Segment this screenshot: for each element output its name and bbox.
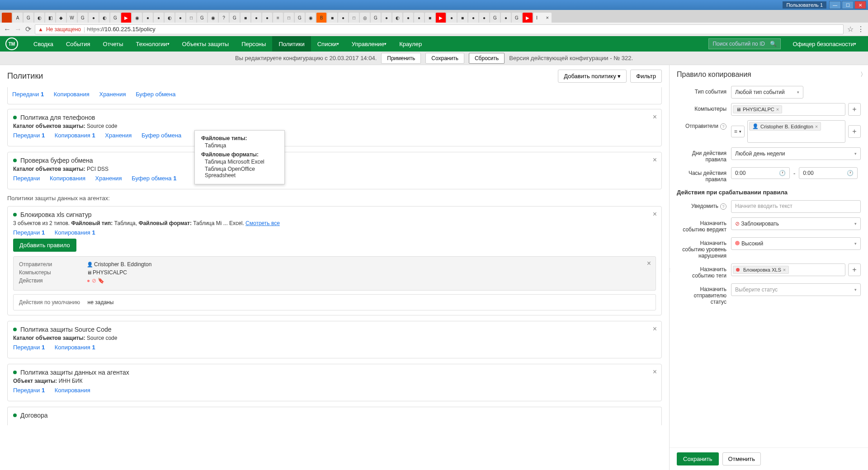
window-close[interactable]: ✕ — [854, 1, 866, 9]
filter-button[interactable]: Фильтр — [630, 70, 662, 83]
nav-lists[interactable]: Списки — [311, 36, 345, 52]
link-copy[interactable]: Копирования 1 — [55, 229, 95, 236]
nav-events[interactable]: События — [60, 36, 97, 52]
help-icon[interactable]: ? — [720, 203, 726, 210]
menu-icon[interactable]: ⋮ — [857, 25, 864, 33]
tag-chip[interactable]: Блокировка XLS× — [733, 266, 789, 274]
tab-favicon[interactable]: G — [24, 13, 33, 23]
tab-favicon[interactable]: W — [67, 13, 77, 23]
see-all-link[interactable]: Смотреть все — [245, 220, 280, 226]
computer-chip[interactable]: 🖥PHYSICALPC× — [733, 105, 782, 113]
window-maximize[interactable]: ☐ — [842, 1, 854, 9]
tab-favicon[interactable]: G — [110, 13, 120, 23]
tab-favicon[interactable]: □ — [284, 13, 294, 23]
tab-favicon[interactable]: ■ — [327, 13, 337, 23]
notify-input[interactable]: Начните вводить текст — [731, 200, 861, 213]
tab-favicon[interactable]: G — [230, 13, 240, 23]
tab-favicon[interactable]: ● — [447, 13, 457, 23]
reset-button[interactable]: Сбросить — [469, 53, 505, 64]
close-icon[interactable]: × — [653, 210, 657, 218]
link-copy[interactable]: Копирования — [55, 387, 90, 394]
link-store[interactable]: Хранения — [105, 132, 132, 139]
chip-remove-icon[interactable]: × — [815, 124, 818, 129]
nav-persons[interactable]: Персоны — [235, 36, 272, 52]
save-button[interactable]: Сохранить — [425, 53, 464, 64]
chip-remove-icon[interactable]: × — [776, 107, 779, 112]
tab-favicon[interactable]: ◆ — [56, 13, 66, 23]
nav-policies[interactable]: Политики — [272, 36, 311, 52]
event-type-select[interactable]: Любой тип событий — [731, 86, 803, 99]
tab-favicon[interactable]: ◎ — [360, 13, 370, 23]
link-copy[interactable]: Копирования 1 — [55, 344, 95, 351]
link-transfer[interactable]: Передачи 1 — [13, 387, 45, 394]
tab-favicon[interactable]: ● — [89, 13, 99, 23]
tab-favicon[interactable]: ◐ — [392, 13, 402, 23]
help-icon[interactable]: ? — [720, 123, 726, 130]
link-transfer[interactable]: Передачи 1 — [13, 344, 45, 351]
search-input[interactable]: Поиск событий по ID 🔍 — [708, 38, 781, 49]
nav-objects[interactable]: Объекты защиты — [176, 36, 236, 52]
tab-favicon[interactable]: B — [316, 13, 326, 23]
add-computer-button[interactable]: + — [848, 103, 861, 116]
tab-favicon[interactable] — [2, 13, 12, 23]
time-to-input[interactable]: 0:00🕐 — [799, 167, 858, 179]
computers-input[interactable]: 🖥PHYSICALPC× — [731, 103, 845, 116]
tab-favicon[interactable]: ● — [468, 13, 478, 23]
tab-favicon[interactable]: G — [371, 13, 381, 23]
link-copy[interactable]: Копирования — [50, 175, 85, 182]
tab-favicon[interactable]: ▶ — [523, 13, 533, 23]
tab-favicon[interactable]: ● — [501, 13, 511, 23]
tab-favicon[interactable]: ● — [338, 13, 348, 23]
url-input[interactable]: ▲ Не защищено | https ://10.60.225.15/po… — [35, 24, 844, 34]
tab-favicon[interactable]: ■ — [241, 13, 250, 23]
tab-favicon[interactable]: ● — [175, 13, 185, 23]
tab-favicon[interactable]: A — [13, 13, 23, 23]
link-transfer[interactable]: Передачи 1 — [13, 132, 45, 139]
nav-crawler[interactable]: Краулер — [393, 36, 428, 52]
tab-favicon[interactable]: ◧ — [45, 13, 55, 23]
link-transfer[interactable]: Передачи — [13, 175, 40, 182]
save-rule-button[interactable]: Сохранить — [677, 452, 719, 465]
add-rule-button[interactable]: Добавить правило — [13, 239, 76, 252]
tab-close-icon[interactable]: × — [546, 15, 549, 20]
cancel-rule-button[interactable]: Отменить — [722, 452, 761, 465]
tab-favicon[interactable]: ■ — [425, 13, 435, 23]
tab-favicon[interactable]: ● — [154, 13, 164, 23]
verdict-select[interactable]: ⊘ Заблокировать — [731, 217, 861, 230]
tab-favicon[interactable]: ■ — [458, 13, 467, 23]
nav-user[interactable]: Офицер безопасности — [786, 36, 863, 52]
link-clip[interactable]: Буфер обмена — [142, 132, 181, 139]
reload-icon[interactable]: ⟳ — [25, 25, 31, 33]
sender-chip[interactable]: 👤Cristopher B. Eddington× — [749, 122, 821, 131]
link-store[interactable]: Хранения — [95, 175, 122, 182]
nav-summary[interactable]: Сводка — [27, 36, 60, 52]
nav-tech[interactable]: Технологии — [130, 36, 176, 52]
link-transfer[interactable]: Передачи 1 — [12, 91, 44, 98]
tab-favicon[interactable]: ▶ — [436, 13, 446, 23]
tab-favicon[interactable]: ◐ — [34, 13, 44, 23]
close-icon[interactable]: × — [653, 325, 657, 333]
close-icon[interactable]: × — [653, 156, 657, 164]
drag-handle[interactable]: ⋮ — [668, 268, 672, 273]
active-tab[interactable]: I× — [533, 13, 552, 23]
days-select[interactable]: Любой день недели — [731, 147, 861, 160]
link-copy[interactable]: Копирования — [54, 91, 90, 98]
back-icon[interactable]: ← — [4, 25, 11, 33]
time-from-input[interactable]: 0:00🕐 — [731, 167, 790, 179]
status-select[interactable]: Выберите статус — [731, 283, 861, 296]
link-transfer[interactable]: Передачи 1 — [13, 229, 45, 236]
collapse-icon[interactable]: 〉 — [860, 70, 866, 79]
tab-favicon[interactable]: □ — [186, 13, 196, 23]
tab-favicon[interactable]: ? — [219, 13, 229, 23]
tab-favicon[interactable]: ● — [414, 13, 424, 23]
tab-favicon[interactable]: G — [490, 13, 500, 23]
tab-favicon[interactable]: ● — [382, 13, 392, 23]
star-icon[interactable]: ☆ — [847, 25, 854, 33]
add-sender-button[interactable]: + — [848, 125, 861, 138]
link-clip[interactable]: Буфер обмена — [136, 91, 175, 98]
tab-favicon[interactable]: ≡ — [273, 13, 283, 23]
tab-favicon[interactable]: ● — [251, 13, 261, 23]
tab-favicon[interactable]: G — [512, 13, 522, 23]
tab-favicon[interactable]: G — [197, 13, 207, 23]
tab-favicon[interactable]: ● — [403, 13, 413, 23]
